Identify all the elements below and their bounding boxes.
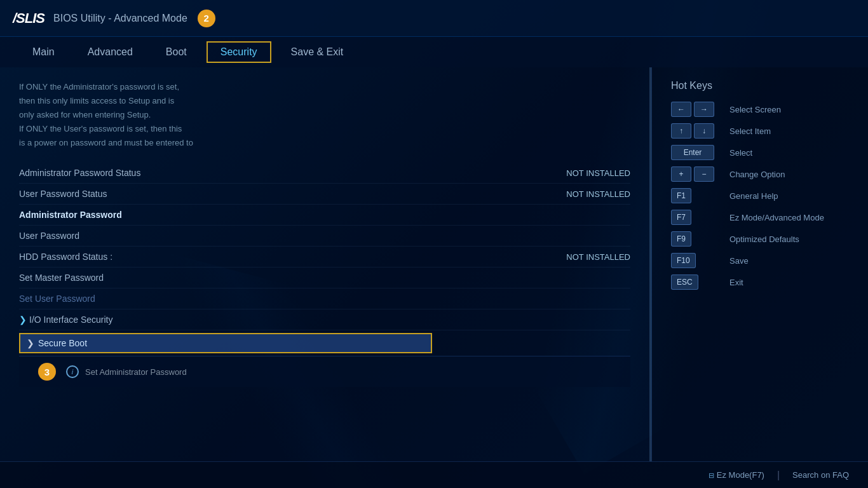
hdd-password-status-row: HDD Password Status : NOT INSTALLED <box>19 247 630 268</box>
tab-security[interactable]: Security <box>207 41 271 63</box>
hotkey-change-option: + − Change Option <box>671 166 849 182</box>
hotkey-save: F10 Save <box>671 253 849 268</box>
ez-mode-icon: ⊟ <box>709 471 714 479</box>
hotkey-select-keys: Enter <box>671 145 722 160</box>
hotkey-select-item: ↑ ↓ Select Item <box>671 123 849 139</box>
hotkey-exit-label: Exit <box>729 278 743 287</box>
user-password-row[interactable]: User Password <box>19 226 630 247</box>
io-interface-security-row[interactable]: ❯ I/O Interface Security <box>19 309 630 330</box>
bottom-info: 3 i Set Administrator Password <box>19 356 630 387</box>
header: /SLIS BIOS Utility - Advanced Mode 2 <box>0 0 868 37</box>
badge-3: 3 <box>38 363 56 381</box>
io-interface-arrow: ❯ <box>19 315 27 325</box>
hotkey-optimized-defaults-keys: F9 <box>671 231 722 247</box>
hotkey-optimized-defaults-label: Optimized Defaults <box>729 234 799 244</box>
hotkey-general-help-keys: F1 <box>671 188 722 203</box>
key-esc: ESC <box>671 274 698 290</box>
footer: ⊟ Ez Mode(F7) | Search on FAQ <box>0 461 868 488</box>
hotkey-select-label: Select <box>729 148 752 158</box>
admin-password-status-row: Administrator Password Status NOT INSTAL… <box>19 163 630 184</box>
hotkey-select-screen: ← → Select Screen <box>671 102 849 117</box>
hotkey-general-help-label: General Help <box>729 191 778 201</box>
hotkey-general-help: F1 General Help <box>671 188 849 203</box>
tab-advanced[interactable]: Advanced <box>74 42 146 62</box>
search-faq-button[interactable]: Search on FAQ <box>792 470 849 480</box>
tab-save-exit[interactable]: Save & Exit <box>278 42 357 62</box>
hotkey-change-option-label: Change Option <box>729 170 785 179</box>
hotkey-save-keys: F10 <box>671 253 722 268</box>
info-icon: i <box>66 365 79 378</box>
hdd-password-status-label: HDD Password Status : <box>19 252 112 262</box>
key-up-arrow: ↑ <box>671 123 691 139</box>
admin-password-status-value: NOT INSTALLED <box>566 168 630 178</box>
key-minus: − <box>694 166 714 182</box>
set-master-password-row[interactable]: Set Master Password <box>19 268 630 288</box>
set-user-password-label: Set User Password <box>19 294 95 304</box>
hotkeys-panel: Hot Keys ← → Select Screen ↑ ↓ Select It… <box>652 67 868 461</box>
ez-mode-label: Ez Mode(F7) <box>717 470 764 480</box>
hotkey-change-option-keys: + − <box>671 166 722 182</box>
footer-separator: | <box>777 470 780 481</box>
desc-line-1: If ONLY the Administrator's password is … <box>19 80 630 94</box>
key-f1: F1 <box>671 188 691 203</box>
hotkeys-title: Hot Keys <box>671 80 849 92</box>
asus-logo: /SLIS <box>13 10 44 27</box>
desc-line-4: If ONLY the User's password is set, then… <box>19 122 630 136</box>
key-f9: F9 <box>671 231 691 247</box>
user-password-status-row: User Password Status NOT INSTALLED <box>19 184 630 205</box>
key-left-arrow: ← <box>671 102 691 117</box>
content-panel: If ONLY the Administrator's password is … <box>0 67 651 461</box>
tab-boot[interactable]: Boot <box>153 42 200 62</box>
admin-password-label: Administrator Password <box>19 210 122 220</box>
hotkey-optimized-defaults: F9 Optimized Defaults <box>671 231 849 247</box>
hotkey-ez-mode-keys: F7 <box>671 210 722 225</box>
set-master-password-label: Set Master Password <box>19 273 104 283</box>
hotkey-select-item-keys: ↑ ↓ <box>671 123 722 139</box>
hotkey-select-item-label: Select Item <box>729 126 771 136</box>
hotkey-select-screen-keys: ← → <box>671 102 722 117</box>
user-password-status-value: NOT INSTALLED <box>566 189 630 199</box>
key-enter: Enter <box>671 145 714 160</box>
hotkey-exit: ESC Exit <box>671 274 849 290</box>
secure-boot-arrow: ❯ <box>27 338 34 348</box>
key-f10: F10 <box>671 253 696 268</box>
hotkey-save-label: Save <box>729 256 749 266</box>
key-down-arrow: ↓ <box>694 123 714 139</box>
description-text: If ONLY the Administrator's password is … <box>19 80 630 150</box>
tab-main[interactable]: Main <box>19 42 68 62</box>
hotkey-exit-keys: ESC <box>671 274 722 290</box>
user-password-status-label: User Password Status <box>19 189 107 199</box>
secure-boot-row[interactable]: ❯ Secure Boot <box>19 333 432 353</box>
nav-tabs: Main Advanced Boot Security Save & Exit <box>0 37 868 67</box>
desc-line-5: is a power on password and must be enter… <box>19 136 630 150</box>
badge-2: 2 <box>198 10 215 27</box>
main-area: If ONLY the Administrator's password is … <box>0 67 868 461</box>
hotkey-select-screen-label: Select Screen <box>729 105 781 114</box>
hdd-password-status-value: NOT INSTALLED <box>566 252 630 262</box>
admin-password-status-label: Administrator Password Status <box>19 168 140 178</box>
admin-password-row[interactable]: Administrator Password <box>19 205 630 226</box>
secure-boot-label: Secure Boot <box>38 338 87 348</box>
hotkey-ez-mode: F7 Ez Mode/Advanced Mode <box>671 210 849 225</box>
key-plus: + <box>671 166 691 182</box>
desc-line-2: then this only limits access to Setup an… <box>19 94 630 108</box>
io-interface-label: I/O Interface Security <box>29 315 113 325</box>
ez-mode-button[interactable]: ⊟ Ez Mode(F7) <box>709 470 764 480</box>
user-password-label: User Password <box>19 231 79 241</box>
key-f7: F7 <box>671 210 691 225</box>
set-admin-password-text: Set Administrator Password <box>85 367 187 377</box>
set-user-password-row: Set User Password <box>19 288 630 309</box>
key-right-arrow: → <box>694 102 714 117</box>
hotkey-select: Enter Select <box>671 145 849 160</box>
header-title: BIOS Utility - Advanced Mode <box>53 13 187 24</box>
hotkey-ez-mode-label: Ez Mode/Advanced Mode <box>729 213 824 222</box>
desc-line-3: only asked for when entering Setup. <box>19 108 630 122</box>
